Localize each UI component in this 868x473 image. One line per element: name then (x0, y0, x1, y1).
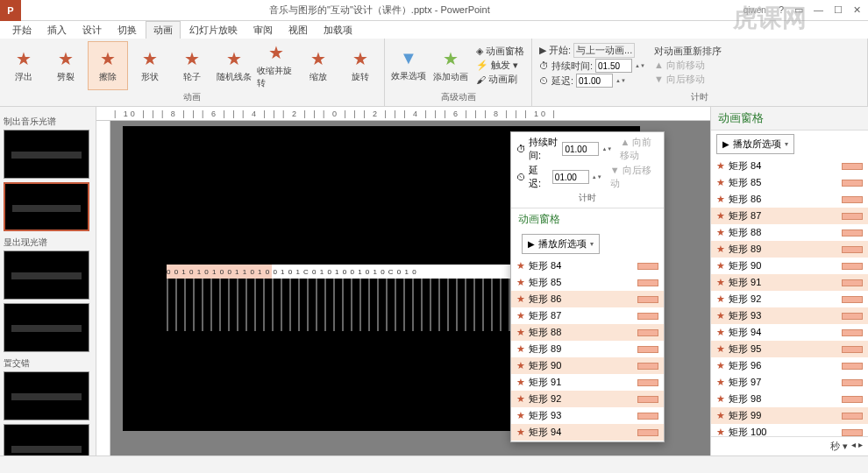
timing-bar[interactable] (842, 313, 863, 320)
anim-item[interactable]: ★矩形 86 (511, 291, 664, 307)
timing-bar[interactable] (842, 379, 863, 386)
play-selected-button[interactable]: ▶ 播放所选项 ▾ (716, 134, 794, 154)
timing-bar[interactable] (842, 163, 863, 170)
timing-bar[interactable] (842, 296, 863, 303)
binary-strip[interactable]: 0 0 1 0 1 0 1 0 0 1 1 0 1 0 0 1 0 1 C 0 … (167, 265, 517, 279)
anim-item[interactable]: ★矩形 92 (511, 391, 664, 407)
menu-幻灯片放映[interactable]: 幻灯片放映 (182, 22, 245, 39)
popup-duration-input[interactable] (562, 142, 599, 156)
close-icon[interactable]: ✕ (853, 4, 861, 16)
timing-bar[interactable] (637, 279, 658, 286)
timing-bar[interactable] (637, 379, 658, 386)
anim-擦除[interactable]: ★擦除 (88, 41, 128, 90)
anim-item[interactable]: ★矩形 88 (511, 324, 664, 341)
delay-input[interactable] (576, 74, 613, 88)
menu-视图[interactable]: 视图 (281, 22, 315, 39)
timing-bar[interactable] (637, 429, 658, 436)
anim-item[interactable]: ★矩形 85 (711, 174, 868, 191)
anim-item[interactable]: ★矩形 94 (711, 324, 868, 341)
anim-item[interactable]: ★矩形 87 (711, 208, 868, 224)
anim-item[interactable]: ★矩形 93 (711, 307, 868, 324)
anim-缩放[interactable]: ★缩放 (298, 41, 338, 90)
move-earlier-button[interactable]: ▲ 向前移动 (654, 59, 722, 72)
menu-切换[interactable]: 切换 (110, 22, 144, 39)
anim-item[interactable]: ★矩形 98 (711, 391, 868, 407)
anim-item[interactable]: ★矩形 100 (711, 424, 868, 436)
timing-bar[interactable] (842, 180, 863, 187)
anim-形状[interactable]: ★形状 (130, 41, 170, 90)
anim-轮子[interactable]: ★轮子 (172, 41, 212, 90)
timing-bar[interactable] (842, 429, 863, 436)
timing-bar[interactable] (637, 396, 658, 403)
anim-旋转[interactable]: ★旋转 (340, 41, 381, 90)
anim-painter-button[interactable]: 🖌 动画刷 (476, 73, 524, 86)
anim-item[interactable]: ★矩形 89 (511, 341, 664, 357)
slide-thumb[interactable] (4, 303, 89, 352)
anim-item[interactable]: ★矩形 84 (511, 258, 664, 274)
anim-收缩并旋转[interactable]: ★收缩并旋转 (256, 41, 296, 90)
anim-item[interactable]: ★矩形 94 (511, 424, 664, 441)
timing-bar[interactable] (842, 229, 863, 236)
effect-options-button[interactable]: ▼ 效果选项 (388, 41, 429, 90)
floating-anim-pane[interactable]: ⏱ 持续时间:▲▼ ▲ 向前移动 ⏲ 延迟:▲▼ ▼ 向后移动 计时 动画窗格 … (510, 131, 665, 442)
timing-bar[interactable] (842, 363, 863, 370)
anim-item[interactable]: ★矩形 95 (711, 341, 868, 357)
slide-thumb[interactable] (4, 371, 89, 420)
duration-row[interactable]: ⏱ 持续时间:▲▼ (539, 59, 645, 73)
timing-bar[interactable] (637, 413, 658, 420)
slide-thumb[interactable] (4, 424, 89, 455)
anim-item[interactable]: ★矩形 85 (511, 274, 664, 291)
popup-delay-row[interactable]: ⏲ 延迟:▲▼ ▼ 向后移动 (516, 164, 658, 190)
minimize-icon[interactable]: — (814, 4, 823, 16)
anim-item[interactable]: ★矩形 89 (711, 241, 868, 258)
timing-bar[interactable] (842, 263, 863, 270)
menu-动画[interactable]: 动画 (146, 21, 181, 39)
delay-row[interactable]: ⏲ 延迟:▲▼ (539, 74, 645, 88)
move-later-button[interactable]: ▼ 向后移动 (654, 73, 722, 86)
add-animation-button[interactable]: ★ 添加动画 (430, 41, 471, 90)
timing-bar[interactable] (637, 263, 658, 270)
anim-item[interactable]: ★矩形 92 (711, 291, 868, 307)
timing-bar[interactable] (842, 279, 863, 286)
timing-bar[interactable] (637, 346, 658, 353)
timing-bar[interactable] (842, 396, 863, 403)
duration-input[interactable] (595, 59, 632, 73)
timing-bar[interactable] (637, 296, 658, 303)
popup-duration-row[interactable]: ⏱ 持续时间:▲▼ ▲ 向前移动 (516, 136, 658, 162)
delay-spinner[interactable]: ▲▼ (615, 79, 626, 83)
anim-pane-toggle[interactable]: ◈ 动画窗格 (476, 45, 524, 58)
anim-item[interactable]: ★矩形 93 (511, 407, 664, 424)
anim-item[interactable]: ★矩形 97 (711, 374, 868, 391)
anim-item[interactable]: ★矩形 95 (511, 441, 664, 441)
popup-delay-spinner[interactable]: ▲▼ (592, 175, 602, 180)
timing-bar[interactable] (637, 313, 658, 320)
anim-随机线条[interactable]: ★随机线条 (214, 41, 254, 90)
timing-bar[interactable] (637, 363, 658, 370)
trigger-button[interactable]: ⚡ 触发 ▾ (476, 59, 524, 72)
anim-item[interactable]: ★矩形 88 (711, 224, 868, 241)
anim-item[interactable]: ★矩形 91 (711, 274, 868, 291)
pane-footer[interactable]: 秒 ▾ ◂ ▸ (711, 436, 868, 455)
timing-bar[interactable] (842, 246, 863, 253)
maximize-icon[interactable]: ☐ (834, 4, 843, 16)
anim-劈裂[interactable]: ★劈裂 (46, 41, 86, 90)
anim-item[interactable]: ★矩形 87 (511, 307, 664, 324)
duration-spinner[interactable]: ▲▼ (635, 64, 645, 68)
menu-开始[interactable]: 开始 (5, 22, 39, 39)
timing-bar[interactable] (842, 329, 863, 336)
anim-item[interactable]: ★矩形 96 (711, 357, 868, 374)
anim-item[interactable]: ★矩形 90 (511, 357, 664, 374)
timing-bar[interactable] (842, 213, 863, 220)
timing-bar[interactable] (842, 346, 863, 353)
start-row[interactable]: ▶ 开始: 与上一动画... (539, 43, 645, 58)
popup-delay-input[interactable] (552, 170, 589, 184)
menu-加载项[interactable]: 加载项 (317, 22, 359, 39)
timing-bar[interactable] (842, 413, 863, 420)
anim-浮出[interactable]: ★浮出 (4, 41, 44, 90)
popup-duration-spinner[interactable]: ▲▼ (601, 147, 612, 152)
menu-设计[interactable]: 设计 (75, 22, 109, 39)
slide-thumb[interactable] (4, 130, 89, 179)
anim-item[interactable]: ★矩形 84 (711, 158, 868, 174)
timing-bar[interactable] (637, 329, 658, 336)
anim-item[interactable]: ★矩形 90 (711, 258, 868, 274)
